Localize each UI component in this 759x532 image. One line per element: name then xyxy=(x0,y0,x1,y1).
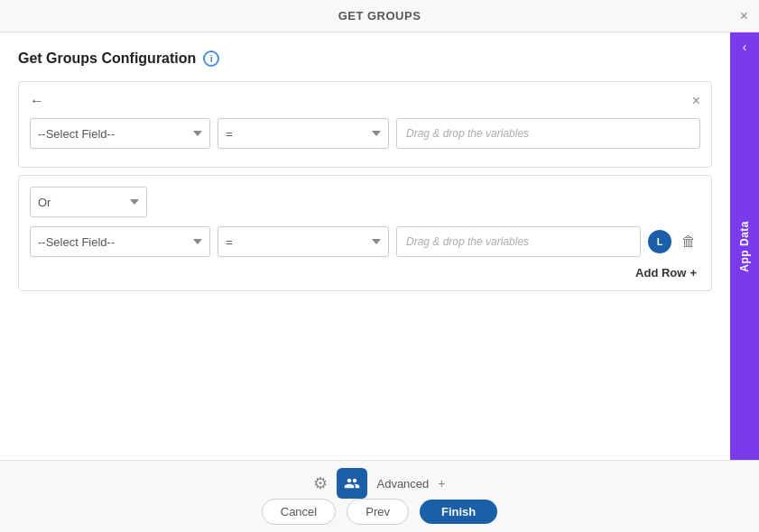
advanced-row: ⚙ Advanced + xyxy=(313,468,445,499)
filter-row-2: --Select Field-- = Drag & drop the varia… xyxy=(30,226,700,257)
logical-row: Or xyxy=(30,187,700,217)
user-icon-button[interactable]: L xyxy=(648,230,671,253)
page-title-row: Get Groups Configuration i xyxy=(18,50,712,67)
people-icon-button[interactable] xyxy=(337,468,367,499)
app-data-arrow-icon: ‹ xyxy=(730,40,759,54)
info-icon[interactable]: i xyxy=(203,50,219,67)
drag-drop-input-2: Drag & drop the variables xyxy=(396,226,641,257)
field-select-2[interactable]: --Select Field-- xyxy=(30,226,210,257)
page-content: Get Groups Configuration i ← × --Select … xyxy=(0,32,730,460)
bottom-bar: ⚙ Advanced + Cancel Prev Finish xyxy=(0,460,759,532)
logical-select[interactable]: Or xyxy=(30,187,147,217)
prev-button[interactable]: Prev xyxy=(347,499,409,525)
filter-header: ← × xyxy=(30,93,700,109)
app-data-label: App Data xyxy=(738,221,751,272)
delete-icon-button[interactable]: 🗑 xyxy=(677,230,700,253)
group-block: Or --Select Field-- = Drag & drop the va… xyxy=(18,175,712,291)
page-title: Get Groups Configuration xyxy=(18,50,196,67)
people-svg xyxy=(344,475,360,491)
add-row-container: Add Row + xyxy=(30,266,700,280)
operator-select-2[interactable]: = xyxy=(218,226,389,257)
advanced-label: Advanced xyxy=(376,477,429,491)
cancel-button[interactable]: Cancel xyxy=(262,499,336,525)
gear-icon[interactable]: ⚙ xyxy=(313,473,328,493)
back-button[interactable]: ← xyxy=(30,93,44,109)
main-content: ‹ App Data Get Groups Configuration i ← … xyxy=(0,32,759,460)
field-select-1[interactable]: --Select Field-- xyxy=(30,118,210,149)
filter-close-button[interactable]: × xyxy=(692,93,700,109)
filter-container: ← × --Select Field-- = Drag & drop the v… xyxy=(18,81,712,168)
advanced-plus-icon[interactable]: + xyxy=(438,476,445,491)
drag-drop-input-1: Drag & drop the variables xyxy=(396,118,700,149)
title-bar: GET GROUPS × xyxy=(0,0,759,32)
operator-select-1[interactable]: = xyxy=(218,118,389,149)
finish-button[interactable]: Finish xyxy=(420,500,497,524)
app-data-sidebar[interactable]: ‹ App Data xyxy=(730,32,759,460)
add-row-button[interactable]: Add Row + xyxy=(635,266,697,280)
action-icons: L 🗑 xyxy=(648,230,700,253)
filter-row-1: --Select Field-- = Drag & drop the varia… xyxy=(30,118,700,149)
close-button[interactable]: × xyxy=(740,9,748,23)
action-row: Cancel Prev Finish xyxy=(262,499,497,525)
dialog-title: GET GROUPS xyxy=(338,9,421,23)
